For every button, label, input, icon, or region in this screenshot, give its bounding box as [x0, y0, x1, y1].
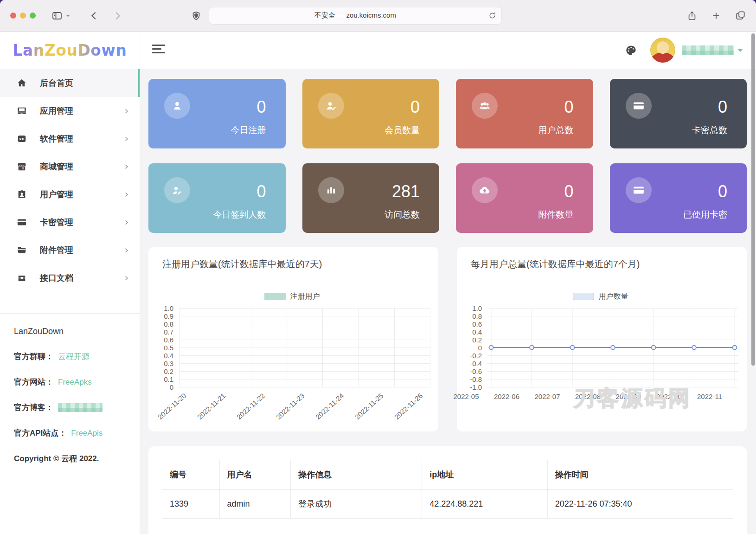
svg-text:G: G [22, 167, 24, 170]
y-tick-label: 0.9 [164, 312, 173, 320]
sidebar-toggle-icon[interactable] [51, 10, 63, 21]
chevron-right-icon [123, 192, 129, 198]
reload-icon[interactable] [488, 12, 496, 19]
stat-card-today-register: 0今日注册 [148, 79, 286, 148]
stat-value: 0 [718, 182, 727, 201]
legend-label: 注册用户 [290, 292, 320, 302]
stat-value: 0 [410, 97, 420, 117]
stat-label: 卡密总数 [692, 124, 727, 136]
y-tick-label: 0.2 [472, 336, 482, 344]
x-tick-label: 2022-07 [534, 392, 560, 400]
sidebar-item-users[interactable]: 用户管理 [0, 180, 140, 208]
sidebar-item-software[interactable]: 软件管理 [0, 125, 140, 153]
chevron-right-icon [123, 247, 129, 253]
minimize-window-button[interactable] [20, 13, 26, 19]
username-redacted[interactable] [682, 45, 734, 55]
y-tick-label: -0.4 [470, 360, 482, 367]
avatar[interactable] [650, 38, 675, 63]
stat-value: 0 [718, 97, 727, 117]
operation-log-card: 编号用户名操作信息ip地址操作时间 1339admin登录成功42.224.88… [148, 446, 747, 534]
sidebar-item-attachments[interactable]: 附件管理 [0, 236, 140, 264]
credit-card-icon [626, 177, 652, 203]
x-tick-label: 2022-10 [656, 392, 682, 400]
y-tick-label: 0.4 [164, 352, 173, 360]
plot-area [487, 308, 738, 387]
sidebar-item-home[interactable]: 后台首页 [0, 69, 140, 97]
legend-swatch[interactable] [573, 293, 594, 300]
sidebar-item-label: 用户管理 [40, 189, 73, 200]
url-text: 不安全 — zou.koicms.com [314, 11, 396, 20]
gridline-h [179, 308, 430, 309]
x-tick-label: 2022-11-24 [314, 392, 346, 421]
new-tab-icon[interactable] [711, 11, 721, 21]
api-box-icon [17, 273, 27, 283]
user-check-icon [318, 93, 344, 119]
sidebar-item-cards[interactable]: 卡密管理 [0, 208, 140, 236]
folder-icon [17, 245, 27, 255]
x-tick-label: 2022-11-21 [196, 392, 227, 421]
y-tick-label: 0.5 [164, 344, 173, 352]
legend-swatch[interactable] [264, 293, 286, 300]
gridline-h [179, 379, 430, 380]
gridline-h [179, 355, 430, 356]
table-header-cell: 编号 [162, 460, 219, 489]
chevron-down-icon[interactable] [65, 13, 70, 18]
y-axis-labels: 1.00.90.80.70.60.50.40.30.20.10 [154, 308, 179, 387]
stat-label: 访问总数 [384, 209, 420, 221]
footer-link-label: 官方API站点： [14, 428, 66, 438]
forward-icon[interactable] [112, 11, 122, 21]
table-cell: 2022-11-26 07:35:40 [547, 489, 733, 519]
address-bar[interactable]: 不安全 — zou.koicms.com [209, 7, 502, 25]
software-icon [17, 134, 27, 144]
y-tick-label: 1.0 [164, 304, 173, 312]
hamburger-icon[interactable] [152, 45, 165, 56]
chart-title: 注册用户数量(统计数据库中最近的7天) [148, 247, 438, 280]
x-tick-label: 2022-11-20 [156, 392, 188, 421]
footer-link[interactable]: 云程开源 [58, 351, 90, 362]
card-icon [17, 217, 27, 227]
users-icon [472, 93, 498, 119]
gridline-h [179, 340, 430, 340]
footer-link[interactable]: FreeApis [71, 429, 103, 438]
chart-card-registered-users: 注册用户数量(统计数据库中最近的7天) 注册用户1.00.90.80.70.60… [148, 247, 438, 431]
user-edit-icon [164, 177, 190, 203]
stat-card-today-signin: 0今日签到人数 [148, 163, 286, 233]
table-cell: 42.224.88.221 [422, 489, 548, 519]
app-logo[interactable]: LanZouDown [0, 32, 140, 69]
chart-card-monthly-users: 每月用户总量(统计数据库中最近的7个月) 用户数量1.00.80.60.40.2… [457, 247, 747, 431]
sidebar-item-label: 应用管理 [40, 105, 73, 116]
table-cell: 登录成功 [291, 489, 422, 519]
chart-legend: 注册用户 [154, 292, 430, 301]
chart-axes: 1.00.90.80.70.60.50.40.30.20.10 [154, 308, 430, 387]
gridline-v [251, 308, 251, 387]
sidebar-item-label: 卡密管理 [40, 217, 73, 228]
y-tick-label: 0.8 [164, 320, 173, 328]
footer-link[interactable]: FreeApks [58, 378, 92, 387]
y-axis-labels: 1.00.80.60.40.20-0.2-0.4-0.6-0.8-1.0 [462, 308, 487, 387]
gridline-v [430, 308, 430, 387]
main-scroll-area: 0今日注册0会员数量0用户总数0卡密总数0今日签到人数281访问总数0附件数量0… [140, 69, 756, 534]
gridline-v [215, 308, 215, 387]
close-window-button[interactable] [10, 13, 16, 19]
sidebar-footer: LanZouDown 官方群聊：云程开源官方网站：FreeApks官方博客：官方… [0, 314, 140, 464]
copyright-text: Copyright © 云程 2022. [14, 453, 126, 464]
palette-icon[interactable] [625, 44, 637, 57]
zoom-window-button[interactable] [30, 13, 36, 19]
shield-icon[interactable] [191, 10, 201, 21]
back-icon[interactable] [89, 11, 99, 21]
sidebar-item-api-docs[interactable]: 接口文档 [0, 264, 140, 292]
table-header-cell: ip地址 [422, 460, 548, 489]
tabs-overview-icon[interactable] [735, 10, 746, 21]
stat-card-user-total: 0用户总数 [456, 79, 593, 148]
sidebar-item-apps[interactable]: 应用管理 [0, 97, 140, 125]
gridline-h [179, 332, 430, 332]
gridline-v [287, 308, 287, 387]
share-icon[interactable] [687, 10, 697, 21]
y-tick-label: 0.6 [472, 320, 482, 328]
user-menu-caret-icon[interactable] [737, 49, 743, 52]
page-scrollbar[interactable] [751, 33, 755, 366]
sidebar-item-store[interactable]: G商城管理 [0, 153, 140, 180]
redacted-link[interactable] [58, 403, 103, 412]
app-icon [17, 106, 27, 116]
y-tick-label: 1.0 [472, 304, 482, 312]
